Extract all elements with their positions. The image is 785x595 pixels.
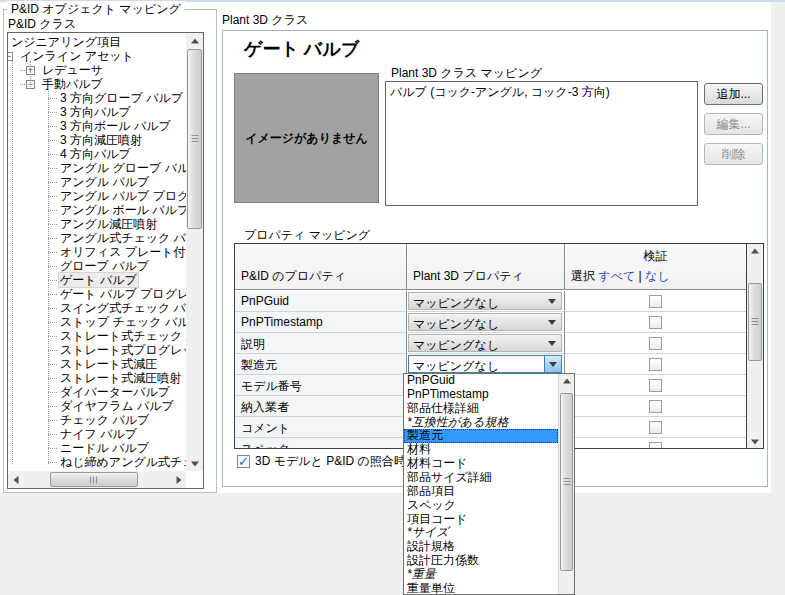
tree-item[interactable]: オリフィス プレート付きフロー: [8, 245, 186, 259]
verify-checkbox[interactable]: [649, 316, 662, 329]
scroll-up-icon[interactable]: [186, 33, 203, 48]
dropdown-item[interactable]: 材料コード: [404, 457, 558, 471]
tree-horizontal-scrollbar[interactable]: [8, 471, 186, 488]
property-mapping-label: プロパティ マッピング: [244, 227, 370, 244]
tree-item[interactable]: アングル減圧噴射: [8, 217, 186, 231]
tree-item[interactable]: 手動バルブ: [8, 77, 186, 91]
pid-class-tree[interactable]: ンジニアリング項目 インライン アセット レデューサ 手動バルブ 3 方向グロー…: [7, 32, 204, 489]
tree-item-label: ストレート式プログレッシブ調整: [58, 343, 186, 357]
scroll-right-icon[interactable]: [171, 471, 186, 488]
tree-hscroll-thumb[interactable]: [50, 472, 138, 487]
scroll-up-icon[interactable]: [747, 244, 763, 257]
scroll-down-icon[interactable]: [186, 456, 203, 471]
dropdown-item[interactable]: 部品仕様詳細: [404, 402, 558, 416]
pid-property-cell: モデル番号: [235, 375, 406, 396]
tree-item[interactable]: 4 方向バルブ: [8, 147, 186, 161]
tree-vertical-scrollbar[interactable]: [186, 33, 203, 471]
checked-checkbox[interactable]: [237, 455, 250, 468]
tree-item[interactable]: ダイヤフラム バルブ: [8, 399, 186, 413]
dropdown-item[interactable]: 部品サイズ詳細: [404, 471, 558, 485]
table-vscroll-thumb[interactable]: [748, 283, 762, 361]
dropdown-item[interactable]: PnPTimestamp: [404, 388, 558, 402]
plant3d-property-dropdown[interactable]: マッピングなし: [408, 292, 562, 310]
tree-item[interactable]: ゲート バルブ プログレッシブ調: [8, 287, 186, 301]
pid-property-cell: 説明: [235, 333, 406, 354]
popup-vscroll-thumb[interactable]: [560, 393, 573, 571]
chevron-down-icon[interactable]: [544, 356, 561, 372]
verify-checkbox[interactable]: [649, 379, 662, 392]
tree-item-label: ねじ締めアングル式チェック バ: [58, 455, 186, 469]
dropdown-item[interactable]: 材料: [404, 443, 558, 457]
verify-checkbox[interactable]: [649, 442, 662, 448]
tree-item[interactable]: ねじ締めアングル式チェック バ: [8, 455, 186, 469]
scroll-left-icon[interactable]: [8, 471, 23, 488]
action-button[interactable]: 追加...: [704, 83, 763, 105]
dropdown-item[interactable]: *互換性がある規格: [404, 416, 558, 430]
tree-vscroll-thumb[interactable]: [187, 49, 202, 229]
tree-item[interactable]: インライン アセット: [8, 49, 186, 63]
tree-item[interactable]: 3 方向ボール バルブ: [8, 119, 186, 133]
tree-item-label: アングル バルブ プログレッシブ: [58, 189, 186, 203]
popup-vertical-scrollbar[interactable]: [558, 374, 574, 594]
tree-item-label: アングル ボール バルブ: [58, 203, 186, 217]
tree-item[interactable]: レデューサ: [8, 63, 186, 77]
tree-item[interactable]: アングル バルブ: [8, 175, 186, 189]
chevron-down-icon[interactable]: [544, 293, 560, 309]
tree-item[interactable]: ナイフ バルブ: [8, 427, 186, 441]
dropdown-item[interactable]: 設計規格: [404, 540, 558, 554]
verify-checkbox[interactable]: [649, 421, 662, 434]
select-none-link[interactable]: なし: [645, 269, 670, 283]
tree-item[interactable]: 3 方向グローブ バルブ: [8, 91, 186, 105]
verify-checkbox[interactable]: [649, 337, 662, 350]
tree-item[interactable]: ゲート バルブ: [8, 273, 186, 287]
tree-item[interactable]: アングル ボール バルブ: [8, 203, 186, 217]
verify-checkbox[interactable]: [649, 295, 662, 308]
class-mapping-item[interactable]: バルブ (コック-アングル, コック-3 方向): [390, 84, 693, 101]
tree-item[interactable]: ダイバーターバルブ: [8, 385, 186, 399]
class-mapping-listbox[interactable]: バルブ (コック-アングル, コック-3 方向): [385, 81, 698, 206]
tree-item[interactable]: アングル グローブ バルブ: [8, 161, 186, 175]
tree-item[interactable]: ストレート式プログレッシブ調整: [8, 343, 186, 357]
plant3d-property-dropdown[interactable]: マッピングなし: [408, 355, 562, 373]
tree-item[interactable]: ストレート式減圧: [8, 357, 186, 371]
tree-item[interactable]: アングル式チェック バルブ: [8, 231, 186, 245]
tree-item[interactable]: ニードル バルブ: [8, 441, 186, 455]
plant3d-property-dropdown[interactable]: マッピングなし: [408, 313, 562, 331]
scroll-down-icon[interactable]: [747, 435, 763, 448]
tree-item[interactable]: ストレート式チェック バルブ: [8, 329, 186, 343]
tree-item[interactable]: ンジニアリング項目: [8, 35, 186, 49]
action-button[interactable]: 編集...: [704, 113, 763, 135]
plant3d-property-dropdown-popup[interactable]: PnPGuid PnPTimestamp 部品仕様詳細 *互換性がある規格 製造…: [403, 373, 575, 595]
tree-item[interactable]: 3 方向バルブ: [8, 105, 186, 119]
tree-item[interactable]: スイング式チェック バルブ: [8, 301, 186, 315]
action-button[interactable]: 削除: [704, 143, 763, 165]
dropdown-item[interactable]: 設計圧力係数: [404, 554, 558, 568]
tree-item[interactable]: アングル バルブ プログレッシブ: [8, 189, 186, 203]
verify-checkbox[interactable]: [649, 358, 662, 371]
scroll-up-icon[interactable]: [559, 374, 574, 387]
dropdown-item[interactable]: 重量単位: [404, 582, 558, 595]
table-row: PnPTimestamp マッピングなし: [235, 312, 746, 333]
tree-item[interactable]: チェック バルブ: [8, 413, 186, 427]
chevron-down-icon[interactable]: [544, 335, 560, 351]
tree-item-label: チェック バルブ: [58, 413, 151, 427]
tree-item[interactable]: グローブ バルブ: [8, 259, 186, 273]
select-all-link[interactable]: すべて: [598, 269, 635, 283]
dropdown-item[interactable]: PnPGuid: [404, 374, 558, 388]
tree-item[interactable]: ストレート式減圧噴射: [8, 371, 186, 385]
dropdown-item[interactable]: 項目コード: [404, 513, 558, 527]
tree-item[interactable]: 3 方向減圧噴射: [8, 133, 186, 147]
tree-guide-line: [30, 61, 31, 87]
pid-property-cell: PnPTimestamp: [235, 312, 406, 333]
dropdown-item[interactable]: *重量: [404, 568, 558, 582]
verify-checkbox[interactable]: [649, 400, 662, 413]
plant3d-property-dropdown[interactable]: マッピングなし: [408, 334, 562, 352]
dropdown-item[interactable]: 部品項目: [404, 485, 558, 499]
verify-on-match-option[interactable]: 3D モデルと P&ID の照合時にこ: [237, 453, 430, 470]
tree-item[interactable]: ストップ チェック バルブ: [8, 315, 186, 329]
dropdown-item[interactable]: スペック: [404, 499, 558, 513]
chevron-down-icon[interactable]: [544, 314, 560, 330]
dropdown-item[interactable]: 製造元: [404, 429, 558, 443]
table-vertical-scrollbar[interactable]: [746, 244, 763, 448]
dropdown-item[interactable]: *サイズ: [404, 526, 558, 540]
